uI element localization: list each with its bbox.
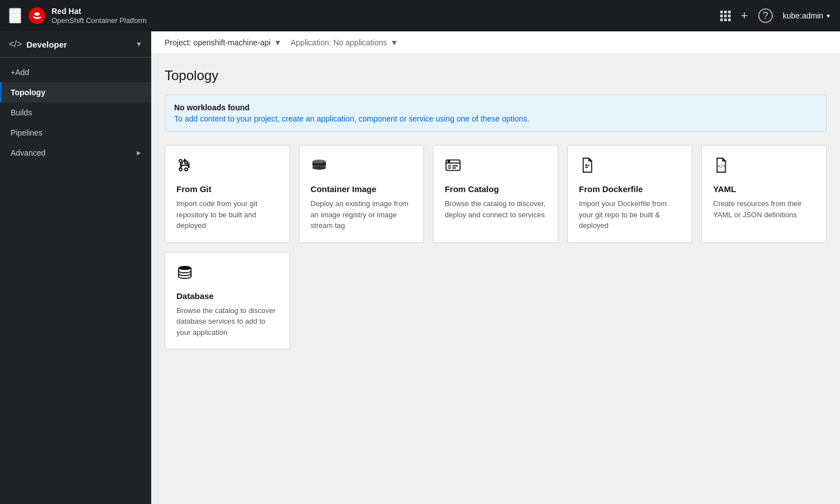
sidebar-nav: +Add Topology Builds Pipelines Advanced …	[0, 58, 151, 504]
project-label: Project: openshift-machine-api	[165, 38, 270, 47]
card-from-catalog-title: From Catalog	[445, 184, 547, 194]
topbar: Project: openshift-machine-api ▼ Applica…	[151, 31, 840, 54]
perspective-icon: </>	[9, 39, 22, 49]
sidebar-item-builds[interactable]: Builds	[0, 102, 151, 123]
sidebar-item-add[interactable]: +Add	[0, 62, 151, 82]
card-yaml[interactable]: </> YAML Create resources from their YAM…	[701, 145, 827, 243]
card-database[interactable]: Database Browse the catalog to discover …	[165, 252, 290, 350]
perspective-chevron-icon: ▼	[136, 40, 142, 48]
apps-grid-button[interactable]	[720, 11, 731, 21]
sidebar-item-topology-label: Topology	[11, 88, 45, 97]
perspective-label: Developer	[26, 40, 67, 49]
sidebar-item-builds-label: Builds	[11, 108, 32, 117]
alert-body: To add content to your project, create a…	[174, 114, 817, 123]
hamburger-menu[interactable]: ☰	[9, 8, 21, 24]
card-container-image-desc: Deploy an existing image from an image r…	[311, 198, 413, 231]
sidebar-item-advanced-label: Advanced	[11, 148, 45, 157]
card-from-dockerfile-desc: Import your Dockerfile from your git rep…	[579, 198, 681, 231]
user-menu[interactable]: kube:admin ▼	[783, 11, 831, 20]
page-body: Topology No workloads found To add conte…	[151, 54, 840, 504]
sidebar-item-pipelines-label: Pipelines	[11, 128, 43, 137]
page-title: Topology	[165, 68, 827, 83]
card-from-catalog-desc: Browse the catalog to discover, deploy a…	[445, 198, 547, 220]
svg-text:</>: </>	[718, 164, 726, 169]
add-button[interactable]: +	[741, 8, 748, 23]
card-from-dockerfile-title: From Dockerfile	[579, 184, 681, 194]
brand-bottom: OpenShift Container Platform	[52, 16, 147, 25]
card-yaml-desc: Create resources from their YAML or JSON…	[713, 198, 815, 220]
sidebar-item-advanced[interactable]: Advanced ►	[0, 143, 151, 163]
application-chevron-icon: ▼	[390, 38, 398, 47]
user-chevron-icon: ▼	[825, 13, 831, 19]
sidebar-item-pipelines[interactable]: Pipelines	[0, 123, 151, 143]
card-from-git-desc: Import code from your git repository to …	[176, 198, 278, 231]
perspective-left: </> Developer	[9, 39, 67, 49]
user-label: kube:admin	[783, 11, 823, 20]
card-from-dockerfile[interactable]: $ From Dockerfile Import your Dockerfile…	[567, 145, 693, 243]
dockerfile-icon: $	[579, 157, 681, 178]
sidebar: </> Developer ▼ +Add Topology Builds Pip…	[0, 31, 151, 504]
sidebar-item-advanced-arrow-icon: ►	[136, 149, 142, 157]
perspective-switcher[interactable]: </> Developer ▼	[0, 31, 151, 58]
card-from-catalog[interactable]: From Catalog Browse the catalog to disco…	[433, 145, 558, 243]
topnav-right: + ? kube:admin ▼	[720, 8, 831, 23]
application-selector[interactable]: Application: No applications ▼	[291, 38, 398, 47]
brand: Red Hat OpenShift Container Platform	[28, 7, 720, 25]
database-icon	[176, 264, 278, 284]
git-icon	[176, 157, 278, 178]
yaml-icon: </>	[713, 157, 815, 178]
card-database-desc: Browse the catalog to discover database …	[176, 305, 278, 338]
card-from-git-title: From Git	[176, 184, 278, 194]
card-from-git[interactable]: From Git Import code from your git repos…	[165, 145, 290, 243]
cards-row-1: From Git Import code from your git repos…	[165, 145, 827, 243]
main-content: Project: openshift-machine-api ▼ Applica…	[151, 31, 840, 504]
sidebar-item-topology[interactable]: Topology	[0, 82, 151, 102]
project-selector[interactable]: Project: openshift-machine-api ▼	[165, 38, 282, 47]
top-navigation: ☰ Red Hat OpenShift Container Platform +…	[0, 0, 840, 31]
svg-rect-8	[447, 160, 450, 162]
brand-title: Red Hat OpenShift Container Platform	[52, 7, 147, 25]
redhat-logo	[28, 7, 46, 25]
container-icon	[311, 157, 413, 178]
card-database-title: Database	[176, 291, 278, 301]
project-chevron-icon: ▼	[274, 38, 282, 47]
card-container-image-title: Container Image	[311, 184, 413, 194]
apps-grid-icon	[720, 11, 731, 21]
sidebar-item-add-label: +Add	[11, 68, 29, 77]
svg-point-7	[312, 166, 326, 170]
card-container-image[interactable]: Container Image Deploy an existing image…	[299, 145, 424, 243]
alert-title: No workloads found	[174, 103, 817, 112]
svg-marker-1	[183, 158, 187, 162]
application-label: Application: No applications	[291, 38, 387, 47]
svg-point-4	[312, 160, 326, 163]
cards-row-2: Database Browse the catalog to discover …	[165, 252, 827, 350]
card-yaml-title: YAML	[713, 184, 815, 194]
brand-top: Red Hat	[52, 7, 147, 16]
svg-point-11	[179, 265, 192, 270]
help-button[interactable]: ?	[758, 8, 773, 23]
alert-banner: No workloads found To add content to you…	[165, 95, 827, 132]
catalog-icon	[445, 157, 547, 178]
